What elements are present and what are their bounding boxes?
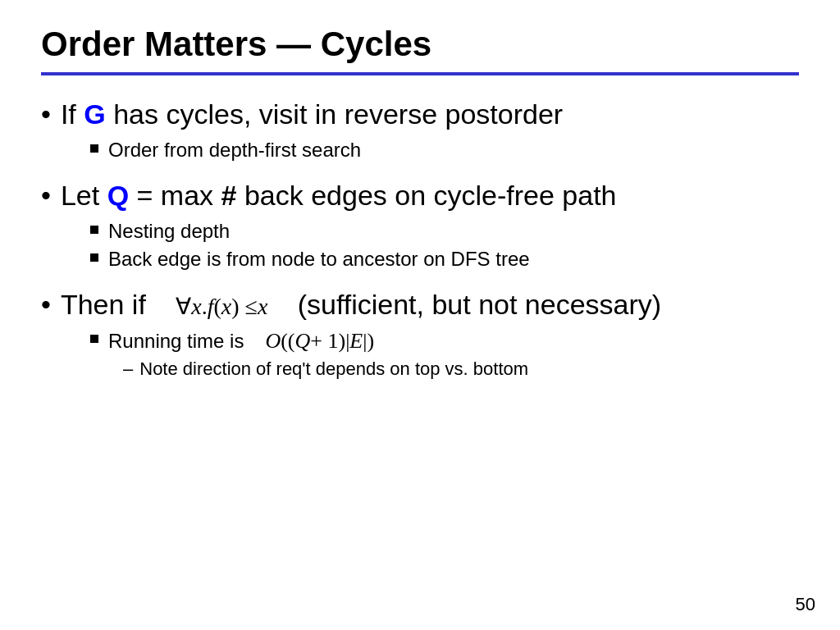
- page-number: 50: [796, 594, 815, 615]
- sub-bullet-square: [90, 144, 98, 153]
- sub-bullet-1-1-text: Order from depth-first search: [108, 139, 361, 162]
- sub-bullet-2-2-text: Back edge is from node to ancestor on DF…: [108, 248, 530, 271]
- sub-sub-bullet-text: Note direction of req't depends on top v…: [139, 358, 528, 380]
- bullet-dot-3: •: [41, 289, 51, 321]
- bullet1-blue: G: [84, 98, 105, 130]
- hash-symbol: #: [221, 180, 237, 211]
- bullet-dot-1: •: [41, 98, 51, 130]
- sub-bullet-2-2: Back edge is from node to ancestor on DF…: [90, 248, 799, 271]
- bullet-section-3: • Then if ∀x.f(x) ≤ x (sufficient, but n…: [41, 289, 799, 380]
- sub-bullet-2-1: Nesting depth: [90, 220, 799, 243]
- forall-expression: ∀x.f(x) ≤ x: [176, 293, 267, 320]
- bullet-section-1: • If G has cycles, visit in reverse post…: [41, 98, 799, 162]
- title-divider: [41, 72, 799, 75]
- sub-bullet-3-1-text: Running time is O((Q + 1)|E|): [108, 329, 374, 354]
- sub-bullet-2-1-text: Nesting depth: [108, 220, 230, 243]
- sub-bullet-1-1: Order from depth-first search: [90, 139, 799, 162]
- bullet-main-1: • If G has cycles, visit in reverse post…: [41, 98, 799, 130]
- bullet-main-2: • Let Q = max # back edges on cycle-free…: [41, 180, 799, 212]
- bullet-dot-2: •: [41, 180, 51, 212]
- sub-bullet-3-1: Running time is O((Q + 1)|E|): [90, 329, 799, 354]
- sub-bullet-square-4: [90, 335, 98, 343]
- slide-title: Order Matters — Cycles: [41, 25, 799, 64]
- running-time-formula: O((Q + 1)|E|): [265, 329, 374, 354]
- bullet2-blue: Q: [107, 180, 129, 211]
- sub-bullet-square-2: [90, 226, 98, 234]
- bullet2-text: Let Q = max # back edges on cycle-free p…: [61, 180, 617, 212]
- sub-sub-bullet-3-1-1: – Note direction of req't depends on top…: [123, 358, 799, 380]
- bullet3-text: Then if ∀x.f(x) ≤ x (sufficient, but not…: [61, 289, 661, 321]
- bullet-section-2: • Let Q = max # back edges on cycle-free…: [41, 180, 799, 271]
- sub-sub-dash: –: [123, 358, 133, 380]
- slide: Order Matters — Cycles • If G has cycles…: [0, 0, 840, 630]
- bullet1-text: If G has cycles, visit in reverse postor…: [61, 98, 563, 130]
- sub-bullet-square-3: [90, 253, 98, 262]
- bullet-main-3: • Then if ∀x.f(x) ≤ x (sufficient, but n…: [41, 289, 799, 321]
